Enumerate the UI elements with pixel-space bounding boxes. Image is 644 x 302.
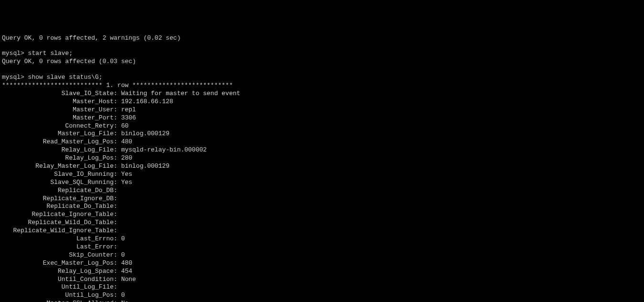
status-row: Read_Master_Log_Pos: 480: [2, 138, 642, 146]
status-row: Until_Log_File:: [2, 283, 642, 291]
terminal-line: [2, 42, 642, 50]
terminal-line: Query OK, 0 rows affected, 2 warnings (0…: [2, 34, 642, 43]
status-row: Slave_SQL_Running: Yes: [2, 179, 642, 187]
status-row: Relay_Log_File: mysqld-relay-bin.000002: [2, 146, 642, 154]
status-row: Master_Port: 3306: [2, 114, 642, 122]
status-row: Connect_Retry: 60: [2, 122, 642, 130]
status-row: Exec_Master_Log_Pos: 480: [2, 259, 642, 268]
status-row: Master_Log_File: binlog.000129: [2, 130, 642, 138]
status-row: Slave_IO_Running: Yes: [2, 171, 642, 179]
status-row: Replicate_Wild_Do_Table:: [2, 219, 642, 227]
status-row: Until_Log_Pos: 0: [2, 291, 642, 300]
status-row: Master_User: repl: [2, 106, 642, 114]
status-row: Last_Error:: [2, 243, 642, 251]
status-row: Last_Errno: 0: [2, 235, 642, 243]
status-row: Replicate_Ignore_Table:: [2, 211, 642, 219]
terminal-line: mysql> start slave;: [2, 50, 642, 58]
status-row: Replicate_Ignore_DB:: [2, 195, 642, 203]
status-row: Until_Condition: None: [2, 276, 642, 284]
status-row: Relay_Master_Log_File: binlog.000129: [2, 162, 642, 171]
terminal-line: [2, 66, 642, 74]
status-row: Master_SSL_Allowed: No: [2, 300, 642, 302]
status-row: Replicate_Do_Table:: [2, 203, 642, 211]
terminal-output[interactable]: Query OK, 0 rows affected, 2 warnings (0…: [2, 34, 642, 302]
terminal-line: Query OK, 0 rows affected (0.03 sec): [2, 58, 642, 66]
status-row: Master_Host: 192.168.66.128: [2, 98, 642, 106]
terminal-line: mysql> show slave status\G;: [2, 74, 642, 82]
status-row: Relay_Log_Space: 454: [2, 268, 642, 276]
terminal-line: *************************** 1. row *****…: [2, 82, 642, 90]
status-row: Replicate_Do_DB:: [2, 187, 642, 195]
status-row: Relay_Log_Pos: 280: [2, 154, 642, 162]
status-row: Replicate_Wild_Ignore_Table:: [2, 227, 642, 235]
status-row: Skip_Counter: 0: [2, 251, 642, 259]
slave-status-output: Slave_IO_State: Waiting for master to se…: [2, 90, 642, 302]
status-row: Slave_IO_State: Waiting for master to se…: [2, 90, 642, 98]
